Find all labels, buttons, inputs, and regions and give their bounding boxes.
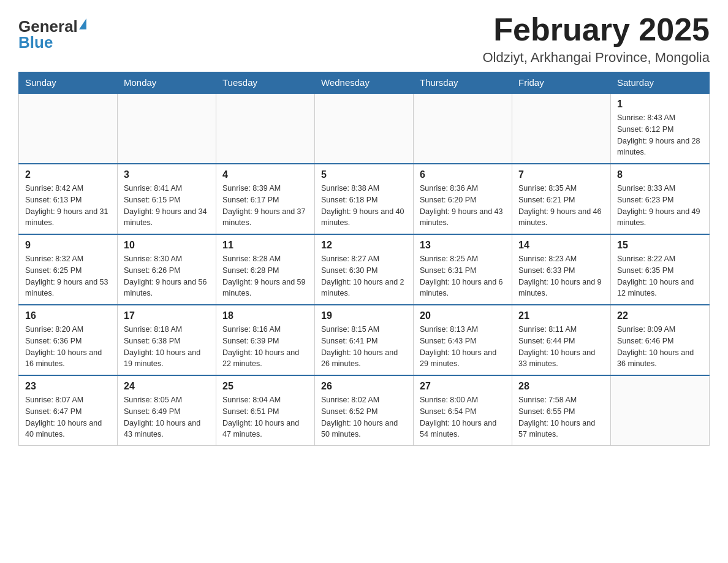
day-info: Sunrise: 8:00 AMSunset: 6:54 PMDaylight:…: [420, 394, 506, 440]
day-number: 16: [25, 310, 111, 321]
calendar-cell: [19, 93, 118, 164]
day-of-week-header: Wednesday: [315, 72, 414, 94]
day-number: 15: [617, 240, 703, 251]
day-number: 28: [518, 381, 604, 392]
week-row: 1Sunrise: 8:43 AMSunset: 6:12 PMDaylight…: [19, 93, 710, 164]
day-number: 4: [222, 169, 308, 180]
day-info: Sunrise: 8:16 AMSunset: 6:39 PMDaylight:…: [222, 324, 308, 370]
calendar-cell: 1Sunrise: 8:43 AMSunset: 6:12 PMDaylight…: [611, 93, 710, 164]
day-info: Sunrise: 8:07 AMSunset: 6:47 PMDaylight:…: [25, 394, 111, 440]
day-info: Sunrise: 8:42 AMSunset: 6:13 PMDaylight:…: [25, 183, 111, 229]
calendar-cell: 15Sunrise: 8:22 AMSunset: 6:35 PMDayligh…: [611, 234, 710, 305]
calendar-cell: 22Sunrise: 8:09 AMSunset: 6:46 PMDayligh…: [611, 305, 710, 375]
day-info: Sunrise: 8:23 AMSunset: 6:33 PMDaylight:…: [518, 253, 604, 299]
day-number: 10: [124, 240, 210, 251]
day-number: 21: [518, 310, 604, 321]
calendar-cell: 10Sunrise: 8:30 AMSunset: 6:26 PMDayligh…: [118, 234, 216, 305]
header-row: SundayMondayTuesdayWednesdayThursdayFrid…: [19, 72, 710, 94]
day-info: Sunrise: 8:35 AMSunset: 6:21 PMDaylight:…: [518, 183, 604, 229]
day-number: 12: [321, 240, 407, 251]
logo-triangle-icon: [79, 18, 86, 29]
calendar-cell: [216, 93, 315, 164]
day-number: 27: [420, 381, 506, 392]
logo-blue-text: Blue: [18, 34, 86, 50]
day-number: 7: [518, 169, 604, 180]
day-info: Sunrise: 8:13 AMSunset: 6:43 PMDaylight:…: [420, 324, 506, 370]
title-section: February 2025 Oldziyt, Arkhangai Provinc…: [482, 12, 710, 66]
day-info: Sunrise: 8:22 AMSunset: 6:35 PMDaylight:…: [617, 253, 703, 299]
day-info: Sunrise: 7:58 AMSunset: 6:55 PMDaylight:…: [518, 394, 604, 440]
day-number: 23: [25, 381, 111, 392]
day-number: 9: [25, 240, 111, 251]
day-info: Sunrise: 8:18 AMSunset: 6:38 PMDaylight:…: [124, 324, 210, 370]
calendar-subtitle: Oldziyt, Arkhangai Province, Mongolia: [482, 50, 710, 66]
calendar-cell: 2Sunrise: 8:42 AMSunset: 6:13 PMDaylight…: [19, 164, 118, 234]
calendar-cell: 19Sunrise: 8:15 AMSunset: 6:41 PMDayligh…: [315, 305, 414, 375]
day-info: Sunrise: 8:33 AMSunset: 6:23 PMDaylight:…: [617, 183, 703, 229]
day-info: Sunrise: 8:41 AMSunset: 6:15 PMDaylight:…: [124, 183, 210, 229]
calendar-cell: 4Sunrise: 8:39 AMSunset: 6:17 PMDaylight…: [216, 164, 315, 234]
day-info: Sunrise: 8:32 AMSunset: 6:25 PMDaylight:…: [25, 253, 111, 299]
day-number: 20: [420, 310, 506, 321]
calendar-cell: 23Sunrise: 8:07 AMSunset: 6:47 PMDayligh…: [19, 375, 118, 446]
calendar-cell: [611, 375, 710, 446]
calendar-cell: 18Sunrise: 8:16 AMSunset: 6:39 PMDayligh…: [216, 305, 315, 375]
day-info: Sunrise: 8:39 AMSunset: 6:17 PMDaylight:…: [222, 183, 308, 229]
day-of-week-header: Monday: [118, 72, 216, 94]
calendar-table: SundayMondayTuesdayWednesdayThursdayFrid…: [18, 72, 710, 446]
day-info: Sunrise: 8:30 AMSunset: 6:26 PMDaylight:…: [124, 253, 210, 299]
day-number: 6: [420, 169, 506, 180]
day-of-week-header: Friday: [512, 72, 611, 94]
calendar-cell: 28Sunrise: 7:58 AMSunset: 6:55 PMDayligh…: [512, 375, 611, 446]
week-row: 2Sunrise: 8:42 AMSunset: 6:13 PMDaylight…: [19, 164, 710, 234]
calendar-cell: [118, 93, 216, 164]
calendar-cell: 20Sunrise: 8:13 AMSunset: 6:43 PMDayligh…: [414, 305, 512, 375]
day-number: 5: [321, 169, 407, 180]
day-number: 22: [617, 310, 703, 321]
day-of-week-header: Saturday: [611, 72, 710, 94]
day-info: Sunrise: 8:15 AMSunset: 6:41 PMDaylight:…: [321, 324, 407, 370]
day-info: Sunrise: 8:09 AMSunset: 6:46 PMDaylight:…: [617, 324, 703, 370]
day-info: Sunrise: 8:27 AMSunset: 6:30 PMDaylight:…: [321, 253, 407, 299]
logo: General Blue: [18, 18, 86, 50]
calendar-cell: 11Sunrise: 8:28 AMSunset: 6:28 PMDayligh…: [216, 234, 315, 305]
day-number: 19: [321, 310, 407, 321]
day-info: Sunrise: 8:38 AMSunset: 6:18 PMDaylight:…: [321, 183, 407, 229]
day-info: Sunrise: 8:25 AMSunset: 6:31 PMDaylight:…: [420, 253, 506, 299]
calendar-cell: 17Sunrise: 8:18 AMSunset: 6:38 PMDayligh…: [118, 305, 216, 375]
calendar-cell: 13Sunrise: 8:25 AMSunset: 6:31 PMDayligh…: [414, 234, 512, 305]
day-number: 8: [617, 169, 703, 180]
calendar-cell: 7Sunrise: 8:35 AMSunset: 6:21 PMDaylight…: [512, 164, 611, 234]
calendar-cell: 16Sunrise: 8:20 AMSunset: 6:36 PMDayligh…: [19, 305, 118, 375]
day-number: 2: [25, 169, 111, 180]
day-number: 25: [222, 381, 308, 392]
day-of-week-header: Sunday: [19, 72, 118, 94]
day-number: 1: [617, 99, 703, 110]
calendar-cell: 3Sunrise: 8:41 AMSunset: 6:15 PMDaylight…: [118, 164, 216, 234]
day-number: 24: [124, 381, 210, 392]
day-info: Sunrise: 8:28 AMSunset: 6:28 PMDaylight:…: [222, 253, 308, 299]
calendar-cell: 25Sunrise: 8:04 AMSunset: 6:51 PMDayligh…: [216, 375, 315, 446]
calendar-cell: 12Sunrise: 8:27 AMSunset: 6:30 PMDayligh…: [315, 234, 414, 305]
day-info: Sunrise: 8:20 AMSunset: 6:36 PMDaylight:…: [25, 324, 111, 370]
week-row: 23Sunrise: 8:07 AMSunset: 6:47 PMDayligh…: [19, 375, 710, 446]
day-info: Sunrise: 8:43 AMSunset: 6:12 PMDaylight:…: [617, 112, 703, 158]
calendar-cell: 14Sunrise: 8:23 AMSunset: 6:33 PMDayligh…: [512, 234, 611, 305]
week-row: 9Sunrise: 8:32 AMSunset: 6:25 PMDaylight…: [19, 234, 710, 305]
day-info: Sunrise: 8:02 AMSunset: 6:52 PMDaylight:…: [321, 394, 407, 440]
calendar-cell: 21Sunrise: 8:11 AMSunset: 6:44 PMDayligh…: [512, 305, 611, 375]
day-number: 3: [124, 169, 210, 180]
day-number: 26: [321, 381, 407, 392]
calendar-cell: 24Sunrise: 8:05 AMSunset: 6:49 PMDayligh…: [118, 375, 216, 446]
day-number: 18: [222, 310, 308, 321]
calendar-cell: 26Sunrise: 8:02 AMSunset: 6:52 PMDayligh…: [315, 375, 414, 446]
day-of-week-header: Thursday: [414, 72, 512, 94]
logo-general-text: General: [18, 18, 78, 34]
calendar-cell: 5Sunrise: 8:38 AMSunset: 6:18 PMDaylight…: [315, 164, 414, 234]
day-number: 14: [518, 240, 604, 251]
day-number: 11: [222, 240, 308, 251]
calendar-cell: 6Sunrise: 8:36 AMSunset: 6:20 PMDaylight…: [414, 164, 512, 234]
calendar-cell: [512, 93, 611, 164]
calendar-cell: 9Sunrise: 8:32 AMSunset: 6:25 PMDaylight…: [19, 234, 118, 305]
calendar-cell: 8Sunrise: 8:33 AMSunset: 6:23 PMDaylight…: [611, 164, 710, 234]
